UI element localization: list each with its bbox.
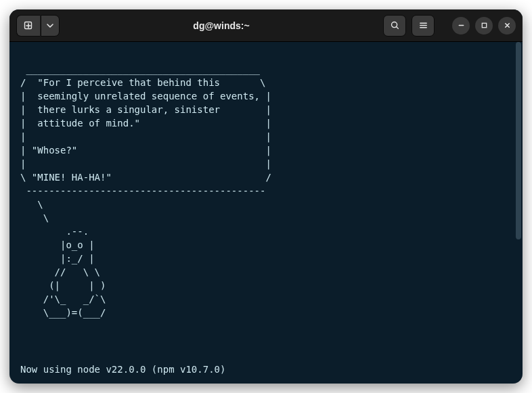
search-button[interactable] — [383, 15, 406, 37]
nvm-status-line: Now using node v22.0.0 (npm v10.7.0) — [20, 363, 513, 376]
terminal-body[interactable]: ________________________________________… — [9, 42, 523, 384]
titlebar-left-group — [16, 15, 60, 37]
menu-button[interactable] — [412, 15, 435, 37]
spacer-line — [20, 333, 513, 346]
new-tab-button[interactable] — [16, 15, 41, 37]
maximize-button[interactable] — [475, 17, 493, 34]
maximize-icon — [481, 22, 488, 29]
cowsay-output: ________________________________________… — [20, 62, 513, 319]
close-icon — [504, 22, 511, 29]
titlebar: dg@winds:~ — [9, 9, 523, 42]
terminal-window: dg@winds:~ — [9, 9, 523, 384]
new-tab-icon — [23, 20, 34, 31]
close-button[interactable] — [498, 17, 516, 34]
scrollbar[interactable] — [516, 42, 521, 382]
window-title: dg@winds:~ — [64, 20, 379, 31]
chevron-down-icon — [46, 22, 54, 30]
scrollbar-thumb[interactable] — [516, 42, 521, 239]
new-tab-dropdown[interactable] — [41, 15, 60, 37]
minimize-icon — [458, 22, 465, 29]
svg-rect-2 — [482, 23, 486, 27]
titlebar-right-group — [383, 15, 516, 37]
minimize-button[interactable] — [452, 17, 470, 34]
search-icon — [390, 20, 400, 30]
hamburger-icon — [418, 20, 428, 30]
